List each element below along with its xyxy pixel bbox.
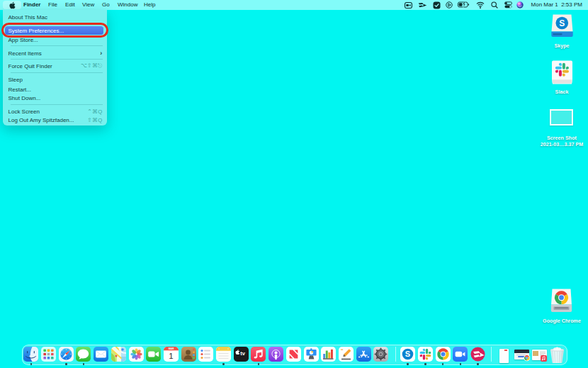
svg-text:1: 1 (169, 352, 173, 360)
svg-text:“: “ (341, 348, 344, 353)
svg-text:S: S (559, 18, 565, 28)
svg-text:MAR: MAR (169, 347, 174, 350)
svg-text:tv: tv (240, 350, 245, 357)
svg-text:S: S (405, 350, 410, 358)
